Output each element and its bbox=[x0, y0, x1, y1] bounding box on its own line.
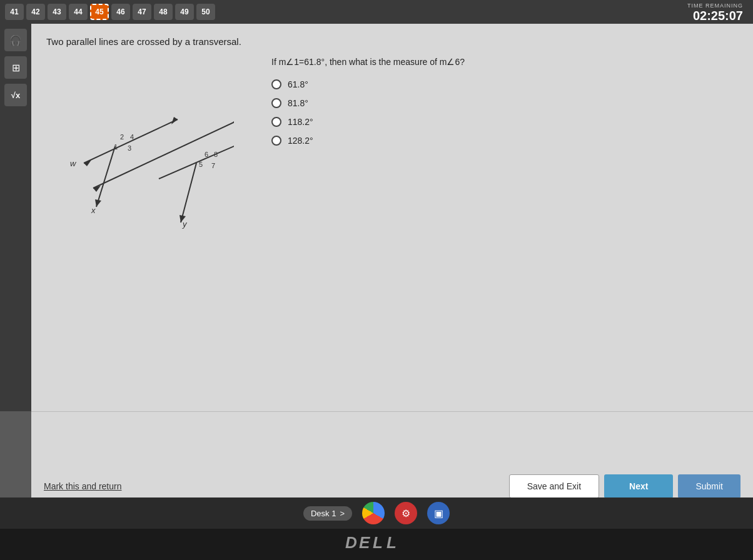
question-43[interactable]: 43 bbox=[48, 4, 66, 20]
taskbar: Desk 1 > ⚙ ▣ bbox=[0, 498, 753, 529]
headphones-icon[interactable]: 🎧 bbox=[4, 29, 27, 51]
svg-line-7 bbox=[181, 163, 196, 222]
label-y: y bbox=[182, 219, 188, 229]
label-x: x bbox=[91, 206, 96, 215]
save-exit-button[interactable]: Save and Exit bbox=[509, 474, 599, 498]
radio-1[interactable] bbox=[271, 79, 281, 89]
answer-label-1: 61.8° bbox=[288, 79, 308, 89]
next-button[interactable]: Next bbox=[604, 474, 673, 498]
answer-label-4: 128.2° bbox=[288, 136, 313, 146]
svg-line-9 bbox=[93, 119, 234, 188]
taskbar-desk[interactable]: Desk 1 > bbox=[303, 506, 352, 521]
answer-option-3[interactable]: 118.2° bbox=[271, 117, 738, 127]
angle-4-label: 4 bbox=[130, 133, 134, 141]
time-display: TIME REMAINING 02:25:07 bbox=[687, 2, 743, 23]
svg-text:E: E bbox=[359, 533, 373, 552]
submit-button[interactable]: Submit bbox=[678, 474, 740, 498]
question-45[interactable]: 45 bbox=[90, 4, 109, 20]
question-47[interactable]: 47 bbox=[133, 4, 151, 20]
answer-label-2: 81.8° bbox=[288, 98, 308, 108]
angle-2-label: 2 bbox=[120, 133, 124, 141]
angle-5-label: 5 bbox=[199, 161, 203, 168]
question-49[interactable]: 49 bbox=[175, 4, 194, 20]
svg-line-5 bbox=[159, 138, 234, 179]
diagram-svg: 2 4 1 3 6 8 5 7 w x y bbox=[46, 57, 234, 232]
top-bar: 41 42 43 44 45 46 47 48 49 50 TIME REMAI… bbox=[0, 0, 753, 24]
question-46[interactable]: 46 bbox=[111, 4, 130, 20]
bottom-buttons: Save and Exit Next Submit bbox=[509, 474, 740, 498]
radio-4[interactable] bbox=[271, 136, 281, 146]
settings-icon[interactable]: ⚙ bbox=[395, 502, 417, 524]
calculator-icon[interactable]: ⊞ bbox=[4, 56, 27, 79]
diagram-area: 2 4 1 3 6 8 5 7 w x y bbox=[46, 57, 246, 257]
answer-option-2[interactable]: 81.8° bbox=[271, 98, 738, 108]
svg-text:L: L bbox=[387, 533, 400, 552]
mark-return-link[interactable]: Mark this and return bbox=[44, 481, 122, 491]
radio-3[interactable] bbox=[271, 117, 281, 127]
angle-3-label: 3 bbox=[128, 144, 131, 152]
screen-icon[interactable]: ▣ bbox=[427, 502, 450, 524]
time-value: 02:25:07 bbox=[687, 9, 743, 23]
question-48[interactable]: 48 bbox=[154, 4, 173, 20]
answer-label-3: 118.2° bbox=[288, 117, 313, 127]
angle-7-label: 7 bbox=[211, 162, 215, 169]
label-w: w bbox=[70, 159, 77, 168]
answers-area: If m∠1=61.8°, then what is the measure o… bbox=[271, 57, 738, 257]
left-sidebar: 🎧 ⊞ √x bbox=[0, 24, 31, 411]
content-area: 2 4 1 3 6 8 5 7 w x y If m∠1=61.8°, then… bbox=[46, 57, 738, 257]
svg-marker-1 bbox=[171, 117, 178, 124]
question-50[interactable]: 50 bbox=[196, 4, 215, 20]
svg-line-0 bbox=[84, 119, 178, 163]
time-label: TIME REMAINING bbox=[687, 2, 743, 9]
sub-question: If m∠1=61.8°, then what is the measure o… bbox=[271, 57, 738, 67]
dell-area: D E L L bbox=[0, 529, 753, 560]
angle-6-label: 6 bbox=[205, 151, 208, 158]
formula-icon[interactable]: √x bbox=[4, 84, 27, 106]
angle-8-label: 8 bbox=[214, 151, 218, 158]
question-42[interactable]: 42 bbox=[26, 4, 45, 20]
answer-option-1[interactable]: 61.8° bbox=[271, 79, 738, 89]
chrome-icon[interactable] bbox=[362, 502, 385, 524]
svg-text:L: L bbox=[373, 533, 387, 552]
desk-chevron: > bbox=[340, 509, 345, 518]
answer-option-4[interactable]: 128.2° bbox=[271, 136, 738, 146]
question-44[interactable]: 44 bbox=[69, 4, 88, 20]
question-41[interactable]: 41 bbox=[5, 4, 24, 20]
question-premise: Two parallel lines are crossed by a tran… bbox=[46, 36, 738, 47]
angle-1-label: 1 bbox=[114, 143, 118, 151]
dell-logo: D E L L bbox=[345, 533, 408, 556]
svg-marker-4 bbox=[95, 199, 101, 207]
radio-2[interactable] bbox=[271, 98, 281, 108]
svg-marker-10 bbox=[233, 116, 234, 123]
desk-label: Desk 1 bbox=[311, 509, 336, 518]
main-content: Two parallel lines are crossed by a tran… bbox=[31, 24, 753, 411]
